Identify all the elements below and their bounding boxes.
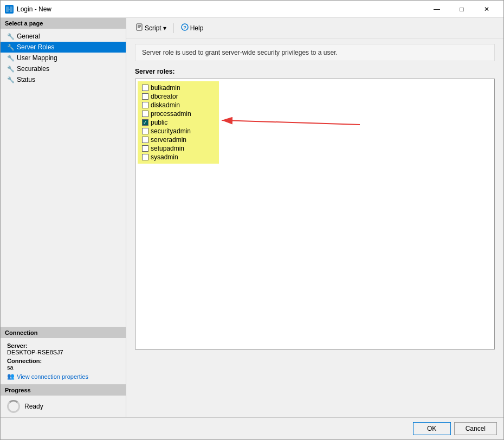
server-label: Server: <box>7 342 119 349</box>
content-area: Server role is used to grant server-wide… <box>126 38 503 417</box>
server-roles-label: Server roles: <box>135 68 495 75</box>
role-item[interactable]: public <box>141 118 216 127</box>
sidebar-item-user-mapping[interactable]: 🔧 User Mapping <box>1 53 126 63</box>
help-icon: ? <box>181 23 189 33</box>
app-icon <box>5 5 14 14</box>
progress-content: Ready <box>1 396 126 417</box>
role-item[interactable]: bulkadmin <box>141 83 216 92</box>
role-checkbox[interactable] <box>142 102 148 108</box>
toolbar-separator <box>173 23 174 33</box>
role-checkbox[interactable] <box>142 93 148 100</box>
sidebar-item-securables-label: Securables <box>17 65 49 73</box>
sidebar-item-server-roles-label: Server Roles <box>17 43 54 51</box>
progress-section: Progress Ready <box>1 384 126 417</box>
select-page-title: Select a page <box>1 18 126 29</box>
sidebar-item-securables[interactable]: 🔧 Securables <box>1 63 126 74</box>
sidebar-item-general[interactable]: 🔧 General <box>1 31 126 42</box>
connection-link-icon: 👥 <box>7 373 15 380</box>
role-label: processadmin <box>151 110 191 118</box>
window-title: Login - New <box>17 5 51 13</box>
server-roles-icon: 🔧 <box>7 44 15 51</box>
role-label: bulkadmin <box>151 84 180 92</box>
sidebar-item-user-mapping-label: User Mapping <box>17 54 57 62</box>
right-panel: Script ▾ ? Help Server rol <box>126 18 503 417</box>
role-label: serveradmin <box>151 136 186 144</box>
role-checkbox[interactable] <box>142 145 148 152</box>
window-controls: — □ ✕ <box>424 1 499 18</box>
minimize-button[interactable]: — <box>424 1 449 18</box>
securables-icon: 🔧 <box>7 66 15 73</box>
role-item[interactable]: setupadmin <box>141 144 216 153</box>
svg-rect-3 <box>137 24 142 30</box>
role-label: public <box>151 119 167 126</box>
main-content: Select a page 🔧 General 🔧 Server Roles 🔧… <box>1 18 503 417</box>
sidebar: Select a page 🔧 General 🔧 Server Roles 🔧… <box>1 18 126 417</box>
script-button[interactable]: Script ▾ <box>132 21 170 35</box>
role-label: securityadmin <box>151 127 191 135</box>
title-bar: Login - New — □ ✕ <box>1 1 503 18</box>
svg-text:?: ? <box>183 25 186 30</box>
roles-container: bulkadmindbcreatordiskadminprocessadminp… <box>135 79 495 350</box>
role-checkbox[interactable] <box>142 119 148 126</box>
progress-status: Ready <box>24 403 43 410</box>
role-checkbox[interactable] <box>142 137 148 143</box>
role-label: sysadmin <box>151 153 178 161</box>
role-checkbox[interactable] <box>142 154 148 160</box>
sidebar-item-general-label: General <box>17 33 40 40</box>
sidebar-pages: 🔧 General 🔧 Server Roles 🔧 User Mapping … <box>1 29 126 327</box>
role-checkbox[interactable] <box>142 85 148 91</box>
role-checkbox[interactable] <box>142 111 148 117</box>
toolbar: Script ▾ ? Help <box>126 18 503 38</box>
roles-list: bulkadmindbcreatordiskadminprocessadminp… <box>138 81 219 164</box>
close-button[interactable]: ✕ <box>474 1 499 18</box>
main-window: Login - New — □ ✕ Select a page 🔧 Genera… <box>0 0 504 440</box>
role-item[interactable]: sysadmin <box>141 153 216 161</box>
role-label: diskadmin <box>151 101 180 109</box>
script-dropdown-arrow: ▾ <box>163 24 166 32</box>
role-label: setupadmin <box>151 145 184 152</box>
sidebar-item-status[interactable]: 🔧 Status <box>1 74 126 85</box>
status-icon: 🔧 <box>7 76 15 83</box>
general-icon: 🔧 <box>7 33 15 40</box>
connection-info: Server: DESKTOP-RSE8SJ7 Connection: sa 👥… <box>1 338 126 384</box>
connection-label: Connection: <box>7 358 119 364</box>
role-item[interactable]: serveradmin <box>141 135 216 144</box>
progress-section-title: Progress <box>1 385 126 396</box>
progress-spinner <box>7 400 20 413</box>
role-checkbox[interactable] <box>142 128 148 134</box>
user-mapping-icon: 🔧 <box>7 55 15 62</box>
title-bar-left: Login - New <box>5 5 51 14</box>
connection-section-title: Connection <box>1 327 126 338</box>
role-item[interactable]: securityadmin <box>141 127 216 135</box>
arrow-overlay: bulkadmindbcreatordiskadminprocessadminp… <box>138 81 492 164</box>
info-banner: Server role is used to grant server-wide… <box>135 44 495 61</box>
connection-value: sa <box>7 364 119 371</box>
svg-line-10 <box>222 120 360 125</box>
script-icon <box>135 23 143 33</box>
role-item[interactable]: processadmin <box>141 109 216 118</box>
connection-section: Connection Server: DESKTOP-RSE8SJ7 Conne… <box>1 327 126 384</box>
server-value: DESKTOP-RSE8SJ7 <box>7 349 119 355</box>
info-text: Server role is used to grant server-wide… <box>142 49 338 56</box>
role-item[interactable]: diskadmin <box>141 101 216 109</box>
sidebar-item-status-label: Status <box>17 76 35 83</box>
sidebar-item-server-roles[interactable]: 🔧 Server Roles <box>1 42 126 53</box>
view-connection-link[interactable]: 👥 View connection properties <box>7 373 119 380</box>
help-button[interactable]: ? Help <box>177 21 208 35</box>
maximize-button[interactable]: □ <box>449 1 474 18</box>
role-label: dbcreator <box>151 93 178 100</box>
cancel-button[interactable]: Cancel <box>454 422 497 435</box>
svg-rect-2 <box>6 9 12 10</box>
script-label: Script <box>145 24 161 32</box>
ok-button[interactable]: OK <box>413 422 451 435</box>
view-connection-text: View connection properties <box>17 373 88 380</box>
role-item[interactable]: dbcreator <box>141 92 216 101</box>
footer: OK Cancel <box>1 417 503 439</box>
help-label: Help <box>190 24 204 32</box>
